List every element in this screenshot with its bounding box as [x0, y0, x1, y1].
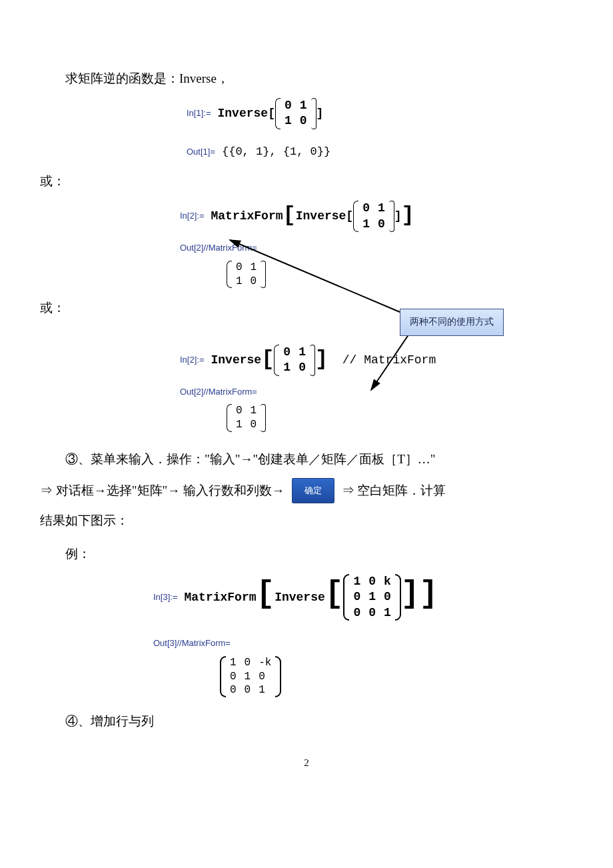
- in-label: In[3]:=: [153, 589, 178, 606]
- fn-inner: Inverse: [275, 591, 325, 604]
- out-label: Out[1]=: [187, 144, 215, 161]
- in-label: In[1]:=: [187, 105, 211, 122]
- example-label: 例：: [40, 542, 573, 566]
- mma-block-1: In[1]:= Inverse[ 01 10 ] Out[1]= {{0, 1}…: [187, 97, 573, 163]
- mma-block-3: In[2]:= Inverse[ 01 10 ] // MatrixForm O…: [180, 343, 573, 433]
- out-label: Out[2]//MatrixForm=: [180, 384, 573, 401]
- page-number: 2: [40, 753, 573, 773]
- mma-block-4: In[3]:= MatrixForm[Inverse[ 10k 010 001 …: [153, 573, 573, 699]
- out-label: Out[3]//MatrixForm=: [153, 635, 573, 652]
- out-text: {{0, 1}, {1, 0}}: [222, 141, 330, 163]
- fn-inner: Inverse: [296, 209, 346, 223]
- in-label: In[2]:=: [180, 208, 205, 225]
- menu-para-line1: ③、菜单来输入．操作："输入"→"创建表单／矩阵／面板［T］…": [40, 444, 573, 475]
- intro-text: 求矩阵逆的函数是：Inverse，: [40, 67, 573, 91]
- callout-box: 两种不同的使用方式: [400, 309, 504, 336]
- matrix-2x2-out: 01 10: [227, 403, 266, 433]
- matrix-2x2-out: 01 10: [227, 259, 266, 290]
- tail-text: ④、增加行与列: [40, 709, 573, 733]
- in-label: In[2]:=: [180, 352, 205, 369]
- menu-para-line2: ⇒ 对话框→选择"矩阵"→ 输入行数和列数→ 确定 ⇒ 空白矩阵．计算: [40, 475, 573, 506]
- fn-name: Inverse: [211, 353, 262, 367]
- postfix-comment: // MatrixForm: [342, 353, 436, 367]
- fn-outer: MatrixForm: [185, 591, 257, 604]
- fn-outer: MatrixForm: [211, 209, 283, 223]
- matrix-2x2: 01 10: [274, 343, 315, 377]
- menu-para-line3: 结果如下图示：: [40, 505, 573, 536]
- matrix-3x3-out: 10-k 010 001: [220, 655, 281, 699]
- matrix-2x2: 01 10: [275, 97, 316, 131]
- out-label: Out[2]//MatrixForm=: [180, 240, 573, 257]
- fn-name: Inverse: [218, 107, 269, 120]
- matrix-2x2: 01 10: [353, 199, 394, 233]
- matrix-3x3: 10k 010 001: [343, 573, 400, 622]
- mma-block-2: In[2]:= MatrixForm[Inverse[ 01 10 ]] Out…: [180, 199, 573, 289]
- confirm-button[interactable]: 确定: [292, 478, 334, 503]
- or-text: 或：: [40, 169, 573, 193]
